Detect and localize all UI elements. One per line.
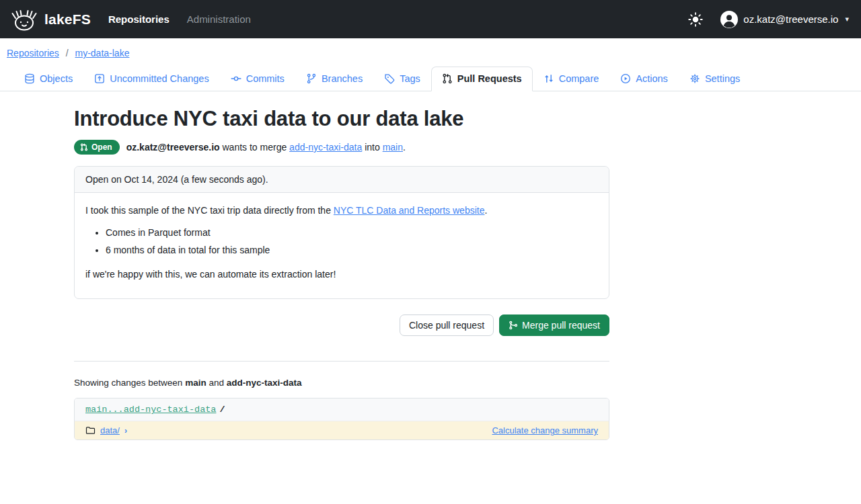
status-badge: Open (74, 140, 120, 155)
tab-tags[interactable]: Tags (373, 67, 431, 91)
tab-label: Settings (705, 73, 740, 84)
pr-merge-summary: oz.katz@treeverse.io wants to merge add-… (126, 142, 406, 153)
sun-icon[interactable] (688, 12, 703, 27)
pr-meta-row: Open oz.katz@treeverse.io wants to merge… (74, 140, 609, 155)
brand-name: lakeFS (44, 11, 91, 28)
pr-card-body: I took this sample of the NYC taxi trip … (75, 193, 609, 298)
ref-comparison-link[interactable]: main...add-nyc-taxi-data (85, 405, 216, 415)
tab-settings[interactable]: Settings (679, 67, 751, 91)
tab-actions[interactable]: Actions (609, 67, 679, 91)
source-branch-link[interactable]: add-nyc-taxi-data (289, 142, 362, 153)
navbar-right: oz.katz@treeverse.io ▾ (688, 11, 849, 28)
bullet-item: 6 months of data in total for this sampl… (106, 243, 598, 257)
tab-commits[interactable]: Commits (220, 67, 295, 91)
changes-table: main...add-nyc-taxi-data/ data/ › Calcul… (74, 398, 609, 440)
pr-author: oz.katz@treeverse.io (126, 142, 220, 153)
pull-request-icon (442, 73, 453, 84)
compare-branch-name: add-nyc-taxi-data (227, 378, 302, 388)
change-entry: data/ › (85, 425, 127, 435)
changes-table-header: main...add-nyc-taxi-data/ (75, 398, 609, 421)
git-merge-icon (509, 321, 518, 330)
navbar-item-repositories[interactable]: Repositories (108, 13, 170, 25)
merge-button-label: Merge pull request (522, 319, 600, 331)
database-icon (24, 73, 35, 84)
folder-link[interactable]: data/ (100, 425, 120, 435)
page-title: Introduce NYC taxi data to our data lake (74, 107, 609, 131)
tab-label: Commits (246, 73, 285, 84)
axolotl-logo-icon (9, 7, 39, 32)
top-navbar: lakeFS Repositories Administration (0, 0, 861, 38)
pr-description-card: Open on Oct 14, 2024 (a few seconds ago)… (74, 166, 609, 299)
brand[interactable]: lakeFS (9, 7, 91, 32)
pr-description-intro: I took this sample of the NYC taxi trip … (85, 204, 598, 217)
pull-request-icon (80, 143, 88, 151)
commit-icon (231, 73, 241, 84)
base-branch-name: main (185, 378, 207, 388)
tab-label: Branches (322, 73, 363, 84)
tab-label: Compare (559, 73, 599, 84)
breadcrumb: Repositories / my-data-lake (0, 38, 861, 62)
caret-down-icon: ▾ (845, 15, 849, 24)
repository-tabs: Objects Uncommitted Changes Commits Bran… (0, 62, 861, 91)
pr-card-header: Open on Oct 14, 2024 (a few seconds ago)… (75, 167, 609, 193)
target-branch-link[interactable]: main (383, 142, 403, 153)
avatar-icon (720, 11, 738, 28)
breadcrumb-separator: / (66, 48, 69, 58)
bullet-item: Comes in Parquet format (106, 226, 598, 239)
section-divider (74, 361, 609, 362)
status-badge-label: Open (91, 142, 112, 152)
nyc-tlc-link[interactable]: NYC TLC Data and Reports website (334, 205, 485, 216)
tab-compare[interactable]: Compare (533, 67, 610, 91)
tab-uncommitted-changes[interactable]: Uncommitted Changes (83, 67, 220, 91)
close-pull-request-button[interactable]: Close pull request (400, 314, 494, 336)
breadcrumb-repository[interactable]: my-data-lake (75, 48, 130, 58)
changes-summary: Showing changes between main and add-nyc… (74, 378, 609, 388)
calculate-change-summary-link[interactable]: Calculate change summary (492, 425, 598, 435)
tab-label: Pull Requests (457, 73, 522, 84)
pr-description-outro: if we're happy with this, we can automat… (85, 267, 598, 281)
tab-objects[interactable]: Objects (13, 67, 83, 91)
path-separator: / (219, 405, 225, 415)
table-row: data/ › Calculate change summary (75, 421, 609, 439)
merge-pull-request-button[interactable]: Merge pull request (499, 314, 609, 336)
tab-label: Objects (40, 73, 73, 84)
user-menu[interactable]: oz.katz@treeverse.io ▾ (720, 11, 849, 28)
upload-icon (94, 73, 105, 84)
chevron-right-icon[interactable]: › (124, 426, 127, 435)
tab-branches[interactable]: Branches (295, 67, 373, 91)
tab-label: Uncommitted Changes (110, 73, 209, 84)
pull-request-page: Introduce NYC taxi data to our data lake… (74, 107, 609, 440)
navbar-item-administration[interactable]: Administration (187, 13, 251, 25)
gear-icon (689, 73, 700, 84)
pr-description-bullets: Comes in Parquet format 6 months of data… (106, 226, 598, 257)
tab-label: Tags (400, 73, 420, 84)
pr-action-buttons: Close pull request Merge pull request (74, 314, 609, 336)
folder-icon (85, 425, 96, 435)
play-circle-icon (620, 73, 631, 84)
branch-icon (306, 73, 317, 84)
user-email: oz.katz@treeverse.io (743, 13, 838, 25)
breadcrumb-repositories[interactable]: Repositories (7, 48, 59, 58)
tab-label: Actions (636, 73, 668, 84)
tag-icon (384, 73, 395, 84)
tab-pull-requests[interactable]: Pull Requests (431, 67, 533, 91)
navbar-links: Repositories Administration (108, 13, 251, 25)
compare-icon (544, 73, 554, 84)
